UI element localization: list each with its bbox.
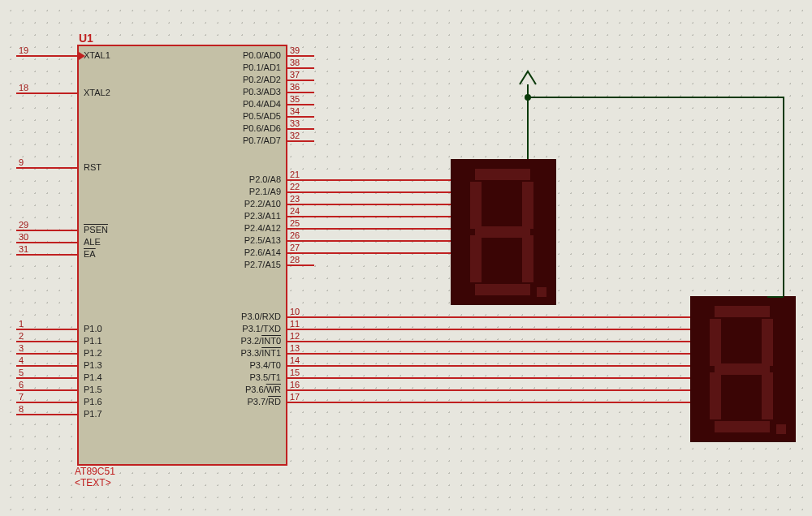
pin-number: 30 xyxy=(19,232,28,242)
pin-label: P0.2/AD2 xyxy=(243,75,281,84)
pin-wire-left[interactable] xyxy=(16,389,77,391)
pin-wire-left[interactable] xyxy=(16,242,77,243)
pin-wire-right[interactable] xyxy=(286,252,451,254)
segment xyxy=(522,235,533,282)
pin-number: 29 xyxy=(19,220,28,230)
pin-number: 37 xyxy=(290,70,300,80)
pin-wire-left[interactable] xyxy=(16,365,77,367)
pin-label: P0.0/AD0 xyxy=(243,50,281,60)
pin-wire-right[interactable] xyxy=(286,341,690,342)
pin-number: 22 xyxy=(290,182,300,191)
segment-dp xyxy=(537,287,546,297)
pin-label: P2.1/A9 xyxy=(249,187,281,196)
pin-wire-right[interactable] xyxy=(286,67,314,69)
pin-number: 12 xyxy=(290,331,300,341)
pin-wire-right[interactable] xyxy=(286,228,451,230)
pin-number: 10 xyxy=(290,307,300,316)
pin-number: 18 xyxy=(19,83,28,92)
pin-number: 7 xyxy=(19,392,24,402)
pin-wire-right[interactable] xyxy=(286,80,314,81)
pin-label: P3.4/T0 xyxy=(249,360,281,370)
pin-wire-left[interactable] xyxy=(16,353,77,355)
pin-wire-right[interactable] xyxy=(286,329,690,330)
net-wire[interactable] xyxy=(528,97,784,98)
pin-label: P3.0/RXD xyxy=(241,312,281,321)
pin-wire-left[interactable] xyxy=(16,414,77,415)
component-ref: U1 xyxy=(79,32,93,45)
pin-wire-right[interactable] xyxy=(286,316,690,318)
pin-number: 2 xyxy=(19,331,24,341)
pin-wire-right[interactable] xyxy=(286,264,314,266)
seven-segment-display[interactable] xyxy=(690,296,796,442)
pin-wire-right[interactable] xyxy=(286,128,314,130)
schematic-canvas[interactable]: U1 AT89C51 <TEXT> 19XTAL118XTAL29RST29PS… xyxy=(0,0,812,516)
pin-number: 3 xyxy=(19,343,24,353)
pin-wire-right[interactable] xyxy=(286,377,690,379)
pin-number: 6 xyxy=(19,380,24,389)
segment xyxy=(762,372,773,419)
pin-label: P0.1/AD1 xyxy=(243,62,281,72)
pin-wire-left[interactable] xyxy=(16,167,77,169)
pin-wire-left[interactable] xyxy=(16,254,77,256)
pin-number: 15 xyxy=(290,368,300,377)
pin-label: P1.6 xyxy=(84,397,102,406)
pin-wire-left[interactable] xyxy=(16,329,77,330)
pin-wire-right[interactable] xyxy=(286,116,314,118)
pin-label: P3.1/TXD xyxy=(242,324,281,333)
pin-number: 33 xyxy=(290,118,300,128)
segment xyxy=(522,182,533,229)
pin-number: 31 xyxy=(19,244,28,254)
pin-wire-right[interactable] xyxy=(286,204,451,205)
pin-wire-right[interactable] xyxy=(286,353,690,355)
net-wire[interactable] xyxy=(783,97,784,296)
pin-number: 11 xyxy=(290,319,300,329)
pin-label: P2.6/A14 xyxy=(244,247,281,257)
pin-number: 5 xyxy=(19,368,24,377)
pin-wire-left[interactable] xyxy=(16,377,77,379)
pin-wire-right[interactable] xyxy=(286,365,690,367)
pin-wire-right[interactable] xyxy=(286,55,314,57)
pin-wire-right[interactable] xyxy=(286,191,451,193)
pin-wire-right[interactable] xyxy=(286,140,314,142)
pin-label: P3.3/INT1 xyxy=(240,348,281,358)
pin-label: P2.7/A15 xyxy=(244,260,281,269)
seven-segment-display[interactable] xyxy=(451,159,556,305)
segment xyxy=(715,306,770,317)
pin-number: 38 xyxy=(290,58,300,67)
net-wire[interactable] xyxy=(767,296,784,298)
pin-label: P0.3/AD3 xyxy=(243,87,281,97)
pin-wire-right[interactable] xyxy=(286,240,451,242)
pin-number: 27 xyxy=(290,243,300,252)
pin-label: P0.7/AD7 xyxy=(243,135,281,145)
pin-number: 19 xyxy=(19,45,28,55)
pin-wire-right[interactable] xyxy=(286,216,451,217)
pin-number: 8 xyxy=(19,404,24,414)
pin-wire-left[interactable] xyxy=(16,402,77,403)
power-arrow-icon xyxy=(518,70,538,86)
pin-label: P1.0 xyxy=(84,324,102,333)
pin-label: P1.5 xyxy=(84,385,102,394)
pin-wire-left[interactable] xyxy=(16,230,77,231)
pin-label: P0.5/AD5 xyxy=(243,111,281,121)
pin-label: P1.3 xyxy=(84,360,102,370)
pin-wire-right[interactable] xyxy=(286,104,314,105)
pin-wire-left[interactable] xyxy=(16,341,77,342)
pin-number: 4 xyxy=(19,355,24,365)
segment xyxy=(470,235,482,282)
pin-wire-right[interactable] xyxy=(286,92,314,93)
pin-wire-left[interactable] xyxy=(16,92,77,94)
pin-wire-right[interactable] xyxy=(286,179,451,181)
pin-number: 36 xyxy=(290,82,300,92)
segment xyxy=(715,363,770,375)
pin-wire-left[interactable] xyxy=(16,55,77,57)
pin-wire-right[interactable] xyxy=(286,389,690,391)
pin-label: P1.1 xyxy=(84,336,102,346)
pin-number: 1 xyxy=(19,319,24,329)
pin-label: P2.3/A11 xyxy=(244,211,281,221)
segment xyxy=(475,284,530,295)
pin-label: P1.2 xyxy=(84,348,102,358)
pin-number: 34 xyxy=(290,106,300,116)
pin-number: 21 xyxy=(290,170,300,179)
pin-wire-right[interactable] xyxy=(286,402,690,403)
pin-number: 32 xyxy=(290,131,300,140)
